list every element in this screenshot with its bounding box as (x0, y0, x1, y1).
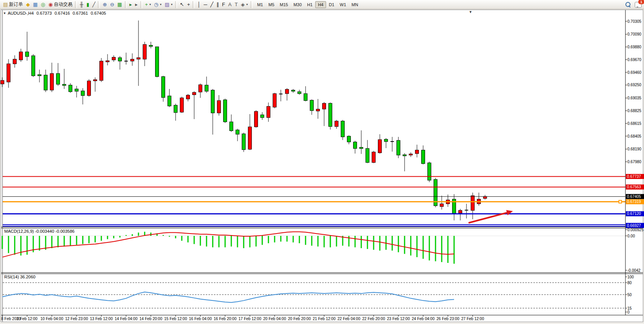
timeframe-M1[interactable]: M1 (255, 1, 266, 8)
new-chart-button[interactable]: ▸ (128, 1, 134, 9)
rsi-tick-label: 0 (627, 310, 630, 314)
tile-windows-button[interactable]: ▦ (116, 1, 123, 9)
chart-windows-button[interactable]: ▦ (31, 1, 39, 9)
templates-button[interactable]: ▨▾ (163, 1, 174, 9)
equidistant-channel-button[interactable]: ∥ (215, 1, 221, 9)
timeframe-W1[interactable]: W1 (337, 1, 349, 8)
low-value: 0.67361 (73, 11, 88, 15)
chart-background (1, 10, 643, 322)
zoom-out-button[interactable]: ⊖ (108, 1, 116, 9)
chart-window-icon: ▦ (33, 2, 38, 7)
price-tick-label: 0.68405 (627, 134, 642, 138)
support-line-1-badge: 0.67120 (626, 211, 644, 216)
toolbar-separator (175, 1, 177, 8)
price-tick-label: 0.68190 (627, 147, 642, 151)
toolbar-right: 1 (625, 0, 642, 9)
chart-shift-marker-icon[interactable]: ▼ (469, 10, 472, 14)
time-tick-label: 22 Feb 04:00 (338, 317, 360, 321)
candle (341, 120, 345, 140)
zoom-in-button[interactable]: ⊕ (101, 1, 108, 9)
timeframe-M15[interactable]: M15 (277, 1, 290, 8)
horizontal-line-icon: ─ (204, 2, 207, 7)
toolbar-separator (140, 1, 142, 8)
crosshair-button[interactable]: + (186, 1, 192, 9)
text-label-button[interactable]: T (233, 1, 239, 9)
autotrading-label: 自动交易 (54, 1, 72, 8)
template-icon: ▨ (165, 2, 169, 7)
timeframe-H1[interactable]: H1 (304, 1, 315, 8)
svg-text:0.67737: 0.67737 (627, 174, 641, 179)
autotrading-button[interactable]: ◉自动交易 (47, 1, 74, 9)
open-value: 0.67373 (36, 11, 52, 15)
fibonacci-button[interactable]: F (220, 1, 227, 9)
tile-windows-icon: ▦ (117, 2, 122, 7)
time-tick-label: 24 Feb 04:00 (412, 317, 435, 321)
line-chart-button[interactable]: ╱ (91, 1, 97, 9)
trendline-button[interactable]: ╱ (209, 1, 215, 9)
periods-button[interactable]: ◷▾ (152, 1, 163, 9)
time-tick-label: 14 Feb 20:00 (140, 317, 162, 321)
gold-gem-button[interactable]: ◆ (24, 1, 31, 9)
candle (180, 97, 184, 113)
price-tick-label: 0.69670 (627, 58, 642, 62)
timeframe-H4[interactable]: H4 (315, 1, 326, 8)
rsi-tick-label: 80 (627, 281, 632, 285)
cursor-button[interactable]: ↖ (178, 1, 186, 9)
horizontal-line-button[interactable]: ─ (202, 1, 209, 9)
time-tick-label: 14 Feb 04:00 (115, 317, 138, 321)
toolbar-separator (251, 1, 253, 8)
chart-shift-icon: ▸ (135, 2, 138, 7)
vertical-line-button[interactable]: │ (196, 1, 202, 9)
order-line-orange-badge: 0.67319 (626, 199, 644, 204)
candlestick-chart-button[interactable]: ▮ (85, 1, 91, 9)
timeframe-M5[interactable]: M5 (266, 1, 277, 8)
timeframe-M30[interactable]: M30 (291, 1, 304, 8)
candle (273, 93, 277, 108)
candle (242, 133, 246, 152)
chat-button[interactable]: 1 (635, 2, 642, 8)
macd-tick-label: -0.0042 (627, 268, 641, 273)
new-order-button[interactable]: ▤新订单 (2, 1, 24, 9)
time-tick-label: 15 Feb 12:00 (164, 317, 187, 321)
bar-chart-button[interactable]: ╫ (78, 1, 85, 9)
candle (155, 47, 159, 77)
toolbar-separator (125, 1, 127, 8)
timeframe-MN[interactable]: MN (349, 1, 361, 8)
time-tick-label: 12 Feb 23:00 (65, 317, 88, 321)
toolbar-button-groups: ▤新订单◆▦◎◉自动交易╫▮╱⊕⊖▦▸▸+▾◷▾▨▾↖+│─╱∥FAT◈▾ (2, 1, 249, 9)
current-price-line-badge: 0.67405 (626, 194, 644, 199)
candle (255, 110, 258, 128)
signals-button[interactable]: ◎ (39, 1, 47, 9)
chart-plot[interactable]: 0.703050.700900.698800.696700.694600.692… (0, 0, 644, 324)
line-handle (619, 200, 622, 203)
chart-shift-button[interactable]: ▸ (133, 1, 139, 9)
text-button[interactable]: A (227, 1, 233, 9)
search-button[interactable] (625, 2, 631, 7)
arrows-button[interactable]: ◈▾ (239, 1, 249, 9)
clock-icon: ◷ (154, 2, 158, 7)
window-bottom-strip (0, 322, 644, 324)
chevron-down-icon: ▾ (149, 3, 151, 6)
arrows-icon: ◈ (241, 2, 245, 7)
time-tick-label: 21 Feb 12:00 (313, 317, 336, 321)
zoom-out-icon: ⊖ (110, 2, 114, 7)
symbol-timeframe-label: AUDUSD-,H4 (8, 11, 34, 15)
notification-badge: 1 (638, 0, 644, 4)
price-tick-label: 0.69250 (627, 83, 642, 87)
indicators-button[interactable]: +▾ (143, 1, 153, 9)
price-tick-label: 0.67980 (627, 160, 642, 164)
svg-text:0.67120: 0.67120 (627, 211, 641, 216)
cursor-icon: ↖ (180, 2, 184, 7)
timeframe-D1[interactable]: D1 (326, 1, 337, 8)
new-chart-icon: ▸ (130, 2, 132, 7)
time-tick-label: 23 Feb 12:00 (387, 317, 410, 321)
svg-text:0.67319: 0.67319 (627, 200, 641, 204)
symbol-dropdown-icon[interactable]: ▼ (3, 12, 6, 15)
time-tick-label: 27 Feb 12:00 (461, 317, 484, 321)
macd-tick-label: 0.000925 (627, 228, 644, 232)
close-value: 0.67405 (91, 11, 106, 15)
rsi-tick-label: 100 (627, 275, 634, 279)
price-tick-label: 0.69035 (627, 96, 642, 100)
svg-text:0.66927: 0.66927 (627, 223, 641, 228)
vertical-line-icon: │ (197, 2, 200, 7)
